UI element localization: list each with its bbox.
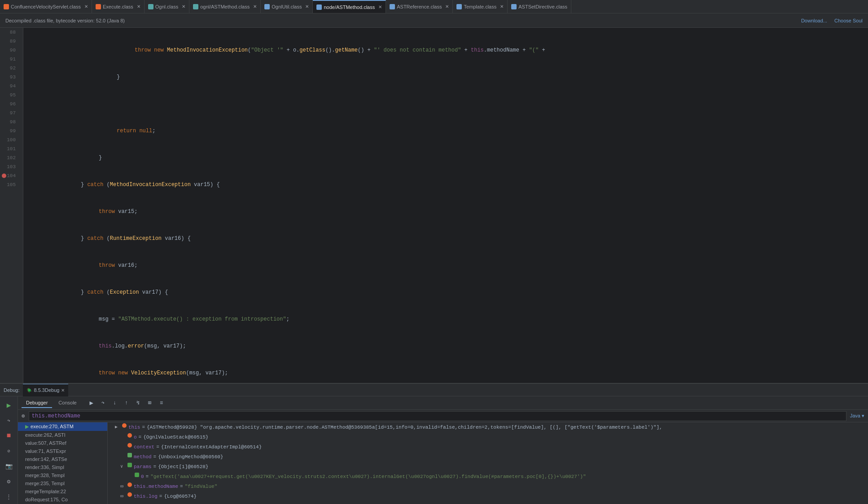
- debug-label: Debug:: [4, 387, 19, 393]
- threads-btn[interactable]: ≡: [157, 398, 167, 408]
- step-out-btn[interactable]: ↑: [122, 398, 132, 408]
- settings-icon[interactable]: ⚙: [2, 474, 16, 489]
- tab-node-astmethod[interactable]: node/ASTMethod.class ✕: [313, 0, 386, 13]
- tab-debugger[interactable]: Debugger: [22, 398, 52, 408]
- code-content[interactable]: throw new MethodInvocationException("Obj…: [23, 28, 868, 383]
- var-type-icon: [127, 433, 132, 438]
- call-stack-item-5[interactable]: render:336, Simpl: [18, 463, 107, 471]
- code-line-99: this.log.error(msg, var17);: [27, 342, 868, 351]
- step-into-btn[interactable]: ↓: [110, 398, 120, 408]
- expand-icon[interactable]: ∞: [120, 482, 126, 491]
- gutter-line-101: 101: [0, 144, 19, 153]
- expand-icon[interactable]: ▶: [115, 423, 120, 431]
- gutter-line-89: 89: [0, 37, 19, 46]
- tab-close-btn[interactable]: ✕: [500, 4, 504, 9]
- tab-close-btn[interactable]: ✕: [182, 4, 185, 9]
- tab-close-btn[interactable]: ✕: [84, 4, 88, 9]
- call-stack-list: ▶execute:270, ASTM execute:262, ASTI val…: [18, 422, 108, 504]
- expand-icon[interactable]: ∨: [120, 463, 126, 471]
- call-stack-item-2[interactable]: value:507, ASTRef: [18, 439, 107, 447]
- var-type-icon: [127, 492, 132, 497]
- tab-close-btn[interactable]: ✕: [445, 4, 449, 9]
- var-item-params[interactable]: ∨ params = {Object[1]@60528}: [108, 462, 868, 472]
- gutter-line-93: 93: [0, 73, 19, 82]
- gutter-line-105: 105: [0, 180, 19, 189]
- code-line-89: }: [27, 73, 868, 82]
- gutter-line-99: 99: [0, 126, 19, 135]
- download-link[interactable]: Download...: [801, 18, 827, 23]
- var-item-method[interactable]: ▶ method = {UnboxingMethod@60560}: [108, 452, 868, 462]
- tab-ognlutil[interactable]: OgnlUtil.class ✕: [261, 0, 313, 13]
- language-selector[interactable]: Java ▾: [850, 413, 864, 419]
- resume-program-btn[interactable]: ▶: [87, 398, 96, 408]
- code-line-96: throw var16;: [27, 261, 868, 270]
- gutter-line-94: 94: [0, 82, 19, 91]
- code-line-100: throw new VelocityException(msg, var17);: [27, 369, 868, 378]
- call-stack-item-4[interactable]: render:142, ASTSe: [18, 455, 107, 463]
- call-stack-item-0[interactable]: ▶execute:270, ASTM: [18, 422, 107, 431]
- expand-icon[interactable]: ∞: [120, 492, 126, 500]
- choose-soul-link[interactable]: Choose Soul: [834, 18, 863, 23]
- camera-icon[interactable]: 📷: [2, 459, 16, 474]
- tab-close-btn[interactable]: ✕: [137, 4, 140, 9]
- var-item-context[interactable]: ▶ context = {InternalContextAdapterImpl@…: [108, 442, 868, 452]
- var-type-icon: [127, 482, 132, 487]
- code-line-94: throw var15;: [27, 207, 868, 216]
- tab-bar: ConfluenceVelocityServlet.class ✕ Execut…: [0, 0, 868, 13]
- code-line-88: throw new MethodInvocationException("Obj…: [27, 46, 868, 55]
- debug-session-tab[interactable]: 🪲 8.5.3Debug ✕: [23, 384, 68, 396]
- resume-icon[interactable]: ▶: [2, 398, 16, 413]
- code-line-98: msg = "ASTMethod.execute() : exception f…: [27, 315, 868, 324]
- var-item-o[interactable]: ▶ o = {OgnlValueStack@60515}: [108, 432, 868, 442]
- expression-input-wrapper: [29, 411, 846, 421]
- call-stack-item-1[interactable]: execute:262, ASTI: [18, 431, 107, 439]
- expression-input[interactable]: [32, 413, 843, 419]
- tab-icon: [316, 4, 322, 10]
- step-over-icon[interactable]: ↷: [2, 413, 16, 428]
- call-stack-item-8[interactable]: mergeTemplate:22: [18, 487, 107, 495]
- step-over-btn[interactable]: ↷: [98, 398, 108, 408]
- line-numbers-gutter: 88 89 90 91 92 93 94 95 96 97 98 99 100 …: [0, 28, 23, 383]
- tab-astsetdirective[interactable]: ASTSetDirective.class: [508, 0, 571, 13]
- gutter-line-102: 102: [0, 153, 19, 162]
- tab-icon: [193, 4, 198, 9]
- code-line-91: return null;: [27, 126, 868, 135]
- tab-close-btn[interactable]: ✕: [253, 4, 257, 9]
- gutter-line-91: 91: [0, 55, 19, 64]
- call-stack-item-6[interactable]: merge:328, Templ: [18, 471, 107, 479]
- more-icon[interactable]: ⋮: [2, 490, 16, 504]
- code-line-92: }: [27, 153, 868, 162]
- tab-template[interactable]: Template.class ✕: [453, 0, 508, 13]
- call-stack-item-3[interactable]: value:71, ASTExpr: [18, 447, 107, 455]
- var-item-this[interactable]: ▶ this = {ASTMethod@59928} "org.apache.v…: [108, 422, 868, 432]
- frames-btn[interactable]: ⊞: [145, 398, 155, 408]
- gutter-line-100: 100: [0, 135, 19, 144]
- var-item-this-log[interactable]: ∞ this.log = {Log@60574}: [108, 491, 868, 501]
- tab-close-btn[interactable]: ✕: [378, 4, 382, 9]
- var-item-params-0[interactable]: ▶ 0 = "getText('aaa\u0027+#request.get(\…: [108, 472, 868, 482]
- run-to-cursor-btn[interactable]: ↯: [133, 398, 143, 408]
- gutter-line-104: 104: [0, 171, 19, 180]
- gutter-line-95: 95: [0, 91, 19, 100]
- tab-ognl-astmethod[interactable]: ognl/ASTMethod.class ✕: [189, 0, 261, 13]
- call-stack-item-9[interactable]: doRequest:175, Co: [18, 495, 107, 504]
- info-bar-actions: Download... Choose Soul: [801, 18, 863, 23]
- add-watch-icon[interactable]: ■: [2, 429, 16, 443]
- var-type-icon: [135, 473, 139, 477]
- tab-close-btn[interactable]: ✕: [305, 4, 309, 9]
- debug-panel: Debug: 🪲 8.5.3Debug ✕ ▶ ↷ ■ ⊘ 📷 ⚙ ⋮ Debu…: [0, 383, 868, 504]
- mute-breakpoints-icon[interactable]: ⊘: [2, 444, 16, 458]
- tab-astreference[interactable]: ASTReference.class ✕: [386, 0, 453, 13]
- info-bar: Decompiled .class file, bytecode version…: [0, 13, 868, 28]
- tab-confluence-velocity-servlet[interactable]: ConfluenceVelocityServlet.class ✕: [0, 0, 92, 13]
- tab-execute[interactable]: Execute.class ✕: [92, 0, 145, 13]
- debug-tabs-toolbar: ▶ ↷ ■ ⊘ 📷 ⚙ ⋮ Debugger Console ▶ ↷ ↓ ↑ ↯…: [0, 396, 868, 410]
- call-stack-item-7[interactable]: merge:235, Templ: [18, 479, 107, 487]
- session-close-btn[interactable]: ✕: [61, 388, 65, 393]
- var-item-this-methodname[interactable]: ∞ this.methodName = "findValue": [108, 482, 868, 491]
- debug-sidebar: ▶ ↷ ■ ⊘ 📷 ⚙ ⋮: [0, 396, 18, 504]
- gutter-line-90: 90: [0, 46, 19, 55]
- tab-console[interactable]: Console: [54, 398, 81, 408]
- tab-ognl[interactable]: Ognl.class ✕: [145, 0, 189, 13]
- var-type-icon: [127, 463, 132, 467]
